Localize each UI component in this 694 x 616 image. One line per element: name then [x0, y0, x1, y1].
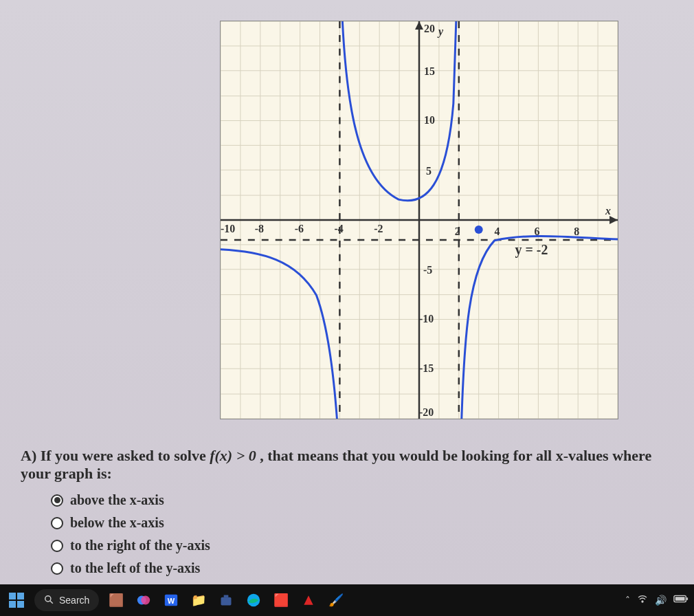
- svg-text:-15: -15: [419, 362, 434, 374]
- chart-svg: -10 -8 -6 -4 -2 2 4 6 8 20 15 10 5 -5 -1…: [221, 21, 618, 419]
- windows-icon: [9, 593, 24, 608]
- radio-icon[interactable]: [51, 494, 63, 507]
- svg-text:-10: -10: [419, 313, 434, 324]
- radio-icon[interactable]: [51, 562, 63, 575]
- svg-point-63: [475, 226, 483, 234]
- question-a: A) If you were asked to solve f(x) > 0 ,…: [21, 447, 680, 583]
- copilot-icon[interactable]: [133, 590, 154, 610]
- svg-text:5: 5: [426, 165, 432, 177]
- option-label: to the right of the y-axis: [70, 538, 210, 553]
- svg-text:20: 20: [424, 23, 435, 34]
- search-placeholder: Search: [59, 595, 89, 606]
- svg-text:W: W: [168, 597, 175, 605]
- option-label: above the x-axis: [70, 492, 164, 508]
- taskbar-app-icon[interactable]: 🖌️: [326, 590, 346, 610]
- battery-icon[interactable]: [673, 595, 689, 606]
- svg-text:-6: -6: [295, 223, 304, 234]
- option-above-x[interactable]: above the x-axis: [51, 492, 680, 508]
- start-button[interactable]: [5, 589, 27, 611]
- search-icon: [44, 595, 54, 606]
- option-left-y[interactable]: to the left of the y-axis: [51, 560, 680, 576]
- svg-rect-75: [675, 597, 685, 601]
- svg-marker-39: [415, 21, 423, 30]
- page-content: -10 -8 -6 -4 -2 2 4 6 8 20 15 10 5 -5 -1…: [0, 0, 694, 584]
- taskbar-search[interactable]: Search: [34, 589, 99, 611]
- svg-line-65: [50, 600, 53, 603]
- function-graph: -10 -8 -6 -4 -2 2 4 6 8 20 15 10 5 -5 -1…: [220, 21, 618, 419]
- svg-text:-10: -10: [221, 223, 235, 234]
- system-tray[interactable]: ˄ 🔊: [625, 593, 689, 607]
- svg-text:y = -2: y = -2: [515, 242, 548, 258]
- question-text: A) If you were asked to solve f(x) > 0 ,…: [21, 447, 680, 483]
- store-icon[interactable]: [216, 590, 236, 610]
- option-label: below the x-axis: [70, 515, 164, 531]
- option-below-x[interactable]: below the x-axis: [51, 515, 680, 531]
- svg-rect-70: [221, 597, 232, 606]
- radio-icon[interactable]: [51, 517, 63, 529]
- explorer-icon[interactable]: 📁: [188, 590, 209, 610]
- svg-text:-2: -2: [374, 223, 383, 234]
- svg-marker-38: [609, 216, 618, 224]
- svg-text:4: 4: [495, 226, 500, 237]
- q-func: f(x) > 0: [210, 447, 256, 464]
- svg-text:-4: -4: [334, 223, 343, 234]
- taskbar-app-icon[interactable]: [298, 590, 319, 610]
- taskbar: Search 🟫 W 📁 🟥 🖌️ ˄ 🔊: [0, 584, 694, 616]
- wifi-icon[interactable]: [637, 593, 648, 607]
- svg-point-64: [45, 595, 51, 601]
- option-right-y[interactable]: to the right of the y-axis: [51, 538, 680, 553]
- svg-rect-76: [686, 597, 688, 600]
- svg-text:-5: -5: [423, 264, 432, 276]
- taskbar-app-icon[interactable]: 🟥: [271, 590, 291, 610]
- volume-icon[interactable]: 🔊: [655, 595, 667, 606]
- q-prefix: A) If you were asked to solve: [21, 447, 210, 464]
- svg-text:x: x: [605, 205, 611, 217]
- chevron-up-icon[interactable]: ˄: [625, 595, 630, 606]
- svg-point-67: [142, 596, 150, 605]
- svg-text:10: 10: [424, 114, 435, 126]
- word-icon[interactable]: W: [161, 590, 181, 610]
- taskbar-app-icon[interactable]: 🟫: [106, 590, 126, 610]
- svg-text:15: 15: [424, 65, 435, 77]
- option-label: to the left of the y-axis: [70, 560, 200, 576]
- edge-icon[interactable]: [243, 590, 264, 610]
- svg-text:-20: -20: [419, 406, 434, 418]
- radio-icon[interactable]: [51, 540, 63, 552]
- svg-rect-71: [224, 595, 229, 597]
- svg-text:y: y: [437, 25, 444, 38]
- svg-point-73: [642, 601, 643, 602]
- svg-text:8: 8: [574, 226, 579, 237]
- options-group: above the x-axis below the x-axis to the…: [51, 492, 680, 576]
- svg-text:-8: -8: [255, 223, 264, 234]
